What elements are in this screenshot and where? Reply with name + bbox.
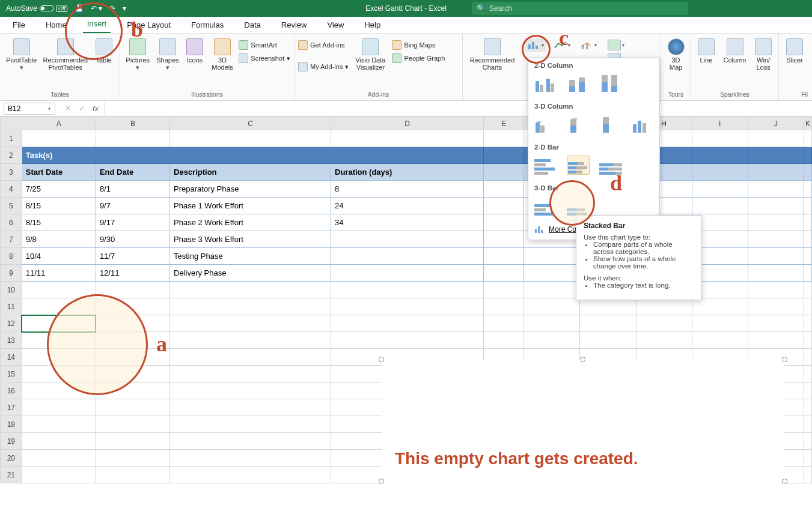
cell[interactable] — [804, 231, 812, 248]
row-header-19[interactable]: 19 — [1, 433, 22, 450]
qat-dropdown-icon[interactable]: ▾ — [123, 4, 126, 13]
3d-models-button[interactable]: 3D Models — [210, 36, 236, 71]
cell[interactable] — [170, 282, 331, 298]
cell[interactable] — [96, 433, 169, 450]
cell[interactable] — [580, 315, 636, 332]
cell[interactable]: 9/7 — [96, 198, 169, 214]
row-header-20[interactable]: 20 — [1, 450, 22, 467]
cell[interactable] — [748, 332, 804, 349]
cell[interactable] — [170, 349, 331, 366]
col-header-B[interactable]: B — [96, 117, 169, 130]
search-box[interactable]: 🔍 — [472, 2, 688, 15]
row-header-13[interactable]: 13 — [1, 332, 22, 349]
search-input[interactable] — [489, 4, 683, 13]
undo-icon[interactable]: ↶ ▾ — [91, 4, 102, 13]
cell[interactable] — [804, 282, 812, 298]
col-header-K[interactable]: K — [804, 117, 812, 130]
cell[interactable]: Phase 1 Work Effort — [170, 198, 331, 214]
cell[interactable]: 11/11 — [22, 265, 96, 282]
cell[interactable] — [22, 366, 96, 383]
clustered-column-option[interactable] — [534, 74, 557, 93]
get-addins-button[interactable]: Get Add-ins — [298, 38, 349, 52]
cell[interactable] — [524, 282, 580, 298]
cell-subheader[interactable]: Description — [170, 164, 331, 181]
cell[interactable] — [96, 383, 169, 399]
3d-column-option[interactable] — [632, 115, 655, 134]
recommended-pivottables-button[interactable]: Recommended PivotTables — [43, 36, 88, 71]
row-header-11[interactable]: 11 — [1, 298, 22, 315]
resize-handle[interactable] — [379, 357, 384, 362]
cell[interactable]: 8/1 — [96, 181, 169, 198]
people-graph-button[interactable]: People Graph — [392, 52, 445, 65]
3d-stacked-column-option[interactable] — [567, 115, 590, 134]
3d-clustered-bar-option[interactable] — [534, 196, 557, 216]
cell[interactable] — [804, 130, 812, 147]
cell[interactable]: 8/15 — [22, 214, 96, 231]
cell[interactable] — [331, 298, 484, 315]
row-header-17[interactable]: 17 — [1, 399, 22, 416]
cell[interactable] — [170, 467, 331, 483]
cell[interactable] — [692, 164, 748, 181]
pivottable-button[interactable]: PivotTable▾ — [4, 36, 40, 71]
cell-subheader[interactable]: Duration (days) — [331, 164, 484, 181]
cell[interactable] — [483, 248, 524, 265]
cell[interactable] — [748, 298, 804, 315]
cell[interactable] — [804, 450, 812, 467]
cell[interactable] — [748, 164, 804, 181]
cell[interactable] — [331, 248, 484, 265]
sparkline-line-button[interactable]: Line — [695, 36, 718, 64]
cell[interactable] — [804, 248, 812, 265]
cell-task-header[interactable]: Task(s) — [22, 147, 483, 164]
cell[interactable] — [483, 214, 524, 231]
cell[interactable] — [483, 198, 524, 214]
cell[interactable] — [170, 416, 331, 433]
cell[interactable] — [692, 181, 748, 198]
cell[interactable] — [804, 433, 812, 450]
cell[interactable] — [331, 315, 484, 332]
cell[interactable] — [22, 399, 96, 416]
100-stacked-column-option[interactable] — [599, 74, 622, 93]
cell[interactable]: Preparatory Phase — [170, 181, 331, 198]
cell[interactable] — [748, 265, 804, 282]
cell[interactable] — [804, 214, 812, 231]
3d-map-button[interactable]: 3D Map — [665, 36, 687, 71]
cell[interactable] — [524, 248, 580, 265]
cell[interactable] — [748, 315, 804, 332]
tab-data[interactable]: Data — [240, 18, 264, 33]
redo-icon[interactable]: ↷ — [109, 4, 115, 13]
cell[interactable] — [804, 349, 812, 366]
cell[interactable] — [804, 399, 812, 416]
cell[interactable] — [483, 265, 524, 282]
cell[interactable] — [22, 130, 96, 147]
cell[interactable] — [170, 433, 331, 450]
cell[interactable] — [22, 383, 96, 399]
tab-file[interactable]: File — [8, 18, 29, 33]
autosave-toggle[interactable]: AutoSave Off — [6, 4, 67, 13]
formula-input[interactable] — [105, 101, 812, 116]
row-header-1[interactable]: 1 — [1, 130, 22, 147]
row-header-21[interactable]: 21 — [1, 467, 22, 483]
cell[interactable] — [524, 265, 580, 282]
cell[interactable]: Phase 3 Work Effort — [170, 231, 331, 248]
cell[interactable] — [748, 147, 804, 164]
cell[interactable] — [170, 399, 331, 416]
cell[interactable] — [22, 332, 96, 349]
table-button[interactable]: Table — [91, 36, 116, 64]
cancel-icon[interactable]: ✕ — [65, 104, 72, 113]
row-header-3[interactable]: 3 — [1, 164, 22, 181]
fx-icon[interactable]: fx — [93, 104, 99, 113]
row-header-10[interactable]: 10 — [1, 282, 22, 298]
resize-handle[interactable] — [580, 357, 585, 362]
visio-button[interactable]: Visio Data Visualizer — [352, 36, 388, 71]
cell[interactable] — [692, 198, 748, 214]
bing-maps-button[interactable]: Bing Maps — [392, 38, 445, 52]
cell[interactable] — [96, 416, 169, 433]
cell[interactable] — [331, 130, 484, 147]
cell[interactable] — [580, 298, 636, 315]
sparkline-column-button[interactable]: Column — [721, 36, 748, 64]
3d-clustered-column-option[interactable] — [534, 115, 557, 134]
cell[interactable]: 11/7 — [96, 248, 169, 265]
tab-review[interactable]: Review — [277, 18, 311, 33]
cell[interactable] — [96, 450, 169, 467]
recommended-charts-button[interactable]: Recommended Charts — [466, 36, 518, 71]
